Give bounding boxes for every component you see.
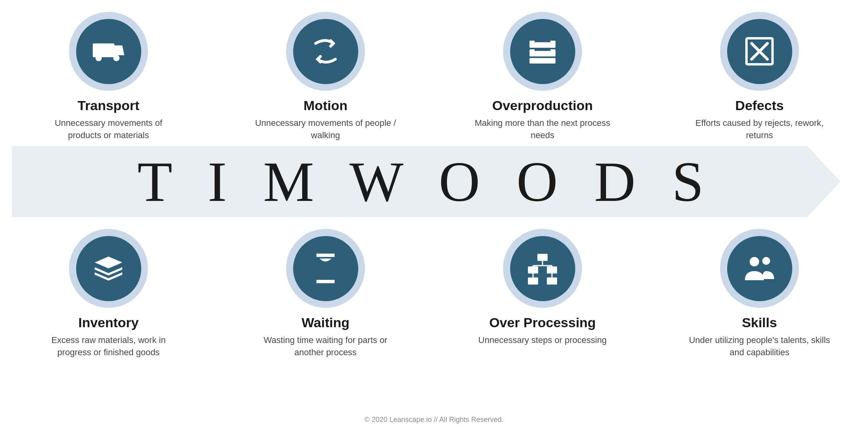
svg-rect-21 [528, 277, 538, 285]
inventory-title: Inventory [78, 315, 138, 330]
motion-icon-inner [293, 19, 358, 84]
over-processing-title: Over Processing [489, 315, 596, 330]
inventory-icon-outer [69, 229, 148, 308]
org-chart-icon [525, 251, 560, 286]
skills-title: Skills [742, 315, 777, 330]
bottom-row: Inventory Excess raw materials, work in … [0, 229, 868, 359]
over-processing-icon-inner [510, 236, 575, 301]
svg-rect-4 [93, 47, 114, 49]
layers-icon [91, 251, 126, 286]
svg-rect-9 [535, 49, 550, 51]
svg-rect-20 [547, 266, 557, 274]
overproduction-icon-inner [510, 19, 575, 84]
waste-item-skills: Skills Under utilizing people's talents,… [665, 229, 854, 359]
footer-text: © 2020 Leanscape.io // All Rights Reserv… [365, 416, 503, 424]
transport-title: Transport [78, 98, 140, 113]
motion-icon-outer [286, 12, 365, 91]
waiting-desc: Wasting time waiting for parts or anothe… [254, 334, 397, 359]
svg-rect-19 [528, 266, 538, 274]
timwoods-banner: T I M W O O D S [12, 146, 840, 217]
waste-item-transport: Transport Unnecessary movements of produ… [14, 12, 203, 142]
top-row: Transport Unnecessary movements of produ… [0, 12, 868, 142]
motion-arrows-icon [308, 34, 343, 69]
svg-point-3 [113, 55, 120, 61]
over-processing-icon-outer [503, 229, 582, 308]
waiting-icon-outer [286, 229, 365, 308]
timwoods-text: T I M W O O D S [137, 149, 715, 214]
truck-icon [91, 34, 126, 69]
footer: © 2020 Leanscape.io // All Rights Reserv… [0, 416, 868, 424]
inventory-desc: Excess raw materials, work in progress o… [37, 334, 180, 359]
waste-item-overproduction: Overproduction Making more than the next… [448, 12, 637, 142]
motion-desc: Unnecessary movements of people / walkin… [254, 117, 397, 142]
defects-icon-outer [720, 12, 799, 91]
svg-rect-0 [93, 43, 114, 57]
waste-item-motion: Motion Unnecessary movements of people /… [231, 12, 420, 142]
svg-rect-18 [537, 254, 548, 261]
overproduction-icon-outer [503, 12, 582, 91]
overproduction-desc: Making more than the next process needs [471, 117, 614, 142]
defects-desc: Efforts caused by rejects, rework, retur… [688, 117, 831, 142]
waste-item-over-processing: Over Processing Unnecessary steps or pro… [448, 229, 637, 359]
waiting-icon-inner [293, 236, 358, 301]
inbox-stack-icon [525, 34, 560, 69]
svg-point-2 [95, 55, 102, 61]
transport-desc: Unnecessary movements of products or mat… [37, 117, 180, 142]
svg-point-29 [750, 257, 759, 266]
svg-rect-7 [529, 58, 556, 64]
waste-item-waiting: Waiting Wasting time waiting for parts o… [231, 229, 420, 359]
overproduction-title: Overproduction [492, 98, 593, 113]
defects-title: Defects [735, 98, 784, 113]
motion-title: Motion [303, 98, 347, 113]
x-box-icon [742, 34, 777, 69]
people-icon [742, 251, 777, 286]
skills-icon-inner [727, 236, 792, 301]
skills-icon-outer [720, 229, 799, 308]
waiting-title: Waiting [301, 315, 350, 330]
over-processing-desc: Unnecessary steps or processing [478, 334, 606, 347]
svg-rect-22 [547, 277, 557, 285]
inventory-icon-inner [76, 236, 141, 301]
svg-rect-8 [535, 41, 550, 42]
svg-marker-13 [95, 257, 122, 268]
waste-item-defects: Defects Efforts caused by rejects, rewor… [665, 12, 854, 142]
transport-icon-outer [69, 12, 148, 91]
svg-point-30 [762, 257, 770, 265]
hourglass-icon [308, 251, 343, 286]
defects-icon-inner [727, 19, 792, 84]
transport-icon-inner [76, 19, 141, 84]
waste-item-inventory: Inventory Excess raw materials, work in … [14, 229, 203, 359]
svg-marker-1 [114, 45, 124, 55]
skills-desc: Under utilizing people's talents, skills… [688, 334, 831, 359]
